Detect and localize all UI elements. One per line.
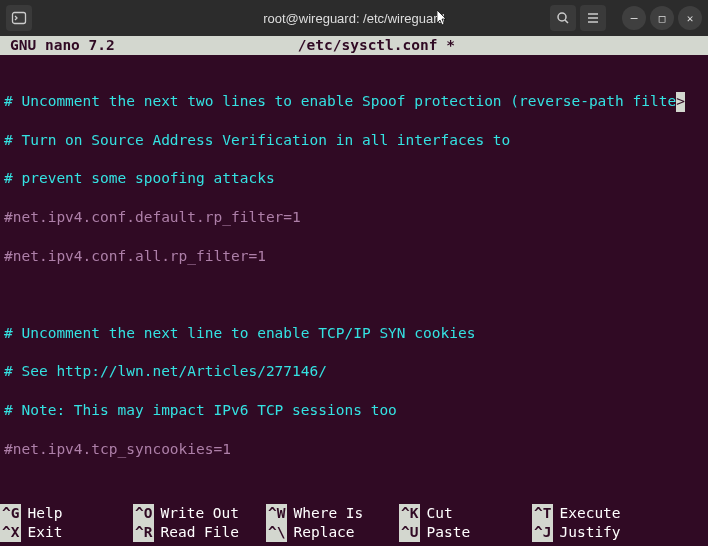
shortcut-replace: ^\Replace bbox=[266, 523, 399, 542]
setting-line: #net.ipv4.conf.all.rp_filter=1 bbox=[0, 247, 708, 266]
line-continuation-icon: > bbox=[676, 92, 685, 111]
window-titlebar: root@wireguard: /etc/wireguard ─ □ ✕ bbox=[0, 0, 708, 36]
terminal-icon bbox=[11, 10, 27, 26]
comment-line: # Uncomment the next two lines to enable… bbox=[4, 93, 676, 109]
minimize-button[interactable]: ─ bbox=[622, 6, 646, 30]
shortcut-cut: ^KCut bbox=[399, 504, 532, 523]
shortcut-execute: ^TExecute bbox=[532, 504, 665, 523]
nano-shortcuts: ^GHelp ^OWrite Out ^WWhere Is ^KCut ^TEx… bbox=[0, 504, 708, 546]
comment-line: # Note: This may impact IPv6 TCP session… bbox=[0, 401, 708, 420]
svg-line-2 bbox=[565, 20, 568, 23]
comment-line: # Turn on Source Address Verification in… bbox=[0, 131, 708, 150]
window-title: root@wireguard: /etc/wireguard bbox=[263, 11, 445, 26]
menu-button[interactable] bbox=[580, 5, 606, 31]
terminal[interactable]: GNU nano 7.2 /etc/sysctl.conf * # Uncomm… bbox=[0, 36, 708, 546]
comment-line: # Uncomment the next line to enable TCP/… bbox=[0, 324, 708, 343]
setting-line: #net.ipv4.tcp_syncookies=1 bbox=[0, 440, 708, 459]
shortcut-help: ^GHelp bbox=[0, 504, 133, 523]
shortcut-readfile: ^RRead File bbox=[133, 523, 266, 542]
editor-content[interactable]: # Uncomment the next two lines to enable… bbox=[0, 55, 708, 504]
comment-line: # prevent some spoofing attacks bbox=[0, 169, 708, 188]
comment-line: # See http://lwn.net/Articles/277146/ bbox=[0, 362, 708, 381]
shortcut-whereis: ^WWhere Is bbox=[266, 504, 399, 523]
setting-line: #net.ipv4.conf.default.rp_filter=1 bbox=[0, 208, 708, 227]
svg-rect-0 bbox=[13, 13, 26, 24]
minimize-icon: ─ bbox=[631, 12, 638, 25]
shortcut-writeout: ^OWrite Out bbox=[133, 504, 266, 523]
nano-filename: /etc/sysctl.conf * bbox=[55, 36, 698, 55]
search-icon bbox=[556, 11, 570, 25]
search-button[interactable] bbox=[550, 5, 576, 31]
maximize-button[interactable]: □ bbox=[650, 6, 674, 30]
svg-point-1 bbox=[558, 13, 566, 21]
maximize-icon: □ bbox=[659, 12, 666, 25]
shortcut-paste: ^UPaste bbox=[399, 523, 532, 542]
hamburger-icon bbox=[586, 11, 600, 25]
new-tab-button[interactable] bbox=[6, 5, 32, 31]
close-icon: ✕ bbox=[687, 12, 694, 25]
shortcut-justify: ^JJustify bbox=[532, 523, 665, 542]
shortcut-exit: ^XExit bbox=[0, 523, 133, 542]
close-button[interactable]: ✕ bbox=[678, 6, 702, 30]
nano-header: GNU nano 7.2 /etc/sysctl.conf * bbox=[0, 36, 708, 55]
